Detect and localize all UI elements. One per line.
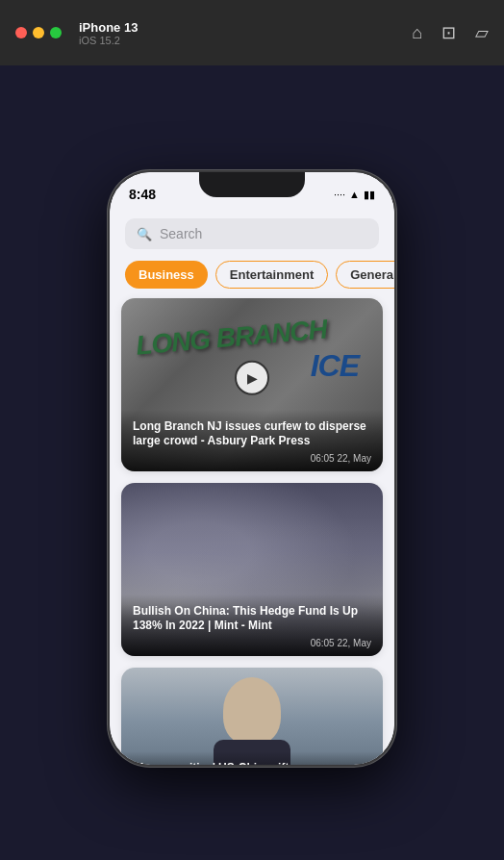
- news-card-3[interactable]: 'Very sensitive' US-China rift poses cha…: [121, 668, 383, 765]
- device-name: iPhone 13: [79, 20, 138, 35]
- card-overlay-2: Bullish On China: This Hedge Fund Is Up …: [121, 594, 383, 656]
- notch: [199, 172, 305, 197]
- card-title-2: Bullish On China: This Hedge Fund Is Up …: [133, 604, 371, 634]
- status-icons: ···· ▲ ▮▮: [334, 189, 375, 201]
- category-entertainment[interactable]: Entertainment: [215, 261, 328, 289]
- news-card-2[interactable]: Bullish On China: This Hedge Fund Is Up …: [121, 483, 383, 656]
- phone-wrapper: 8:48 ···· ▲ ▮▮ 🔍 Search Bu: [108, 170, 396, 767]
- news-list: ▶ Long Branch NJ issues curfew to disper…: [110, 298, 394, 765]
- wifi-icon: ▲: [349, 189, 360, 200]
- desktop-bar: iPhone 13 iOS 15.2 ⌂ ⊡ ▱: [0, 0, 504, 65]
- traffic-lights[interactable]: [15, 27, 62, 38]
- desktop-icons: ⌂ ⊡ ▱: [412, 22, 489, 43]
- screenshot-icon[interactable]: ⊡: [441, 22, 456, 43]
- card-title-3: 'Very sensitive' US-China rift poses cha…: [133, 761, 371, 765]
- card-title-1: Long Branch NJ issues curfew to disperse…: [133, 419, 371, 449]
- close-button[interactable]: [15, 27, 27, 38]
- mirror-icon[interactable]: ▱: [475, 22, 489, 43]
- card-time-1: 06:05 22, May: [133, 453, 371, 464]
- search-container: 🔍 Search: [110, 209, 394, 257]
- status-time: 8:48: [129, 187, 156, 202]
- screen: 8:48 ···· ▲ ▮▮ 🔍 Search Bu: [110, 172, 394, 765]
- category-business[interactable]: Business: [125, 261, 208, 289]
- dots-icon: ····: [334, 189, 345, 200]
- categories: Business Entertainment General: [110, 257, 394, 298]
- search-placeholder: Search: [160, 226, 202, 241]
- card-time-2: 06:05 22, May: [133, 638, 371, 648]
- battery-icon: ▮▮: [364, 189, 375, 201]
- phone-frame: 8:48 ···· ▲ ▮▮ 🔍 Search Bu: [108, 170, 396, 767]
- home-icon[interactable]: ⌂: [412, 23, 422, 43]
- device-os: iOS 15.2: [79, 35, 138, 46]
- app-content[interactable]: 🔍 Search Business Entertainment General …: [110, 209, 394, 765]
- device-info: iPhone 13 iOS 15.2: [79, 20, 138, 46]
- play-button[interactable]: ▶: [235, 361, 269, 395]
- search-bar[interactable]: 🔍 Search: [125, 218, 379, 249]
- category-general[interactable]: General: [336, 261, 394, 289]
- minimize-button[interactable]: [33, 27, 44, 38]
- maximize-button[interactable]: [50, 27, 62, 38]
- card-overlay-1: Long Branch NJ issues curfew to disperse…: [121, 410, 383, 471]
- news-card-1[interactable]: ▶ Long Branch NJ issues curfew to disper…: [121, 298, 383, 471]
- search-icon: 🔍: [137, 227, 152, 241]
- card-overlay-3: 'Very sensitive' US-China rift poses cha…: [121, 751, 383, 765]
